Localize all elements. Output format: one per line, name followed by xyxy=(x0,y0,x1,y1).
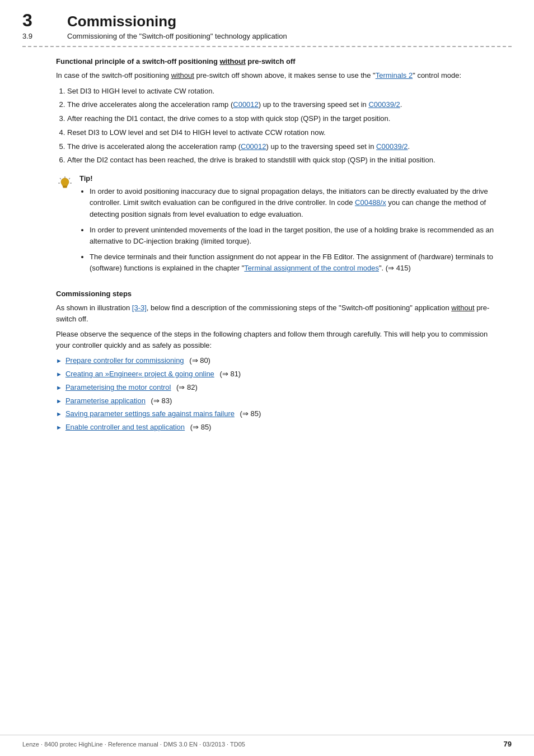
section-title: Commissioning of the "Switch-off positio… xyxy=(67,32,287,40)
step-2: The drive accelerates along the accelera… xyxy=(67,99,500,111)
arrow-icon-3: ► xyxy=(56,383,62,393)
commission-step-2-ref: (⇒ 81) xyxy=(218,368,241,380)
commission-step-1-link[interactable]: Prepare controller for commissioning xyxy=(65,355,184,367)
commission-step-6: ► Enable controller and test application… xyxy=(56,422,500,433)
commission-step-5-link[interactable]: Saving parameter settings safe against m… xyxy=(65,408,235,420)
arrow-icon-1: ► xyxy=(56,356,62,366)
tip-label: Tip! xyxy=(79,174,500,183)
step-1: Set DI3 to HIGH level to activate CW rot… xyxy=(67,86,500,97)
arrow-icon-6: ► xyxy=(56,423,62,433)
commission-step-6-ref: (⇒ 85) xyxy=(188,422,211,433)
page-header: 3 Commissioning 3.9 Commissioning of the… xyxy=(0,0,534,40)
c00488x-link[interactable]: C00488/x xyxy=(355,198,386,207)
section-number: 3.9 xyxy=(22,32,50,40)
commissioning-step-list: ► Prepare controller for commissioning (… xyxy=(56,355,500,433)
commission-step-5: ► Saving parameter settings safe against… xyxy=(56,408,500,420)
arrow-icon-5: ► xyxy=(56,409,62,419)
functional-steps-list: Set DI3 to HIGH level to activate CW rot… xyxy=(67,86,500,167)
commission-step-2: ► Creating an »Engineer« project & going… xyxy=(56,368,500,380)
tip-icon xyxy=(56,175,74,193)
tip-bullet-3: The device terminals and their function … xyxy=(90,251,500,274)
arrow-icon-2: ► xyxy=(56,370,62,380)
chapter-title: Commissioning xyxy=(67,13,176,30)
tip-bullets: In order to avoid positioning inaccuracy… xyxy=(90,186,500,274)
commission-step-1: ► Prepare controller for commissioning (… xyxy=(56,355,500,367)
step-6: After the DI2 contact has been reached, … xyxy=(67,155,500,166)
functional-section-heading: Functional principle of a switch-off pos… xyxy=(56,57,500,66)
commission-step-3-link[interactable]: Parameterising the motor control xyxy=(65,382,171,394)
commission-step-3-ref: (⇒ 82) xyxy=(174,382,197,394)
tip-bullet-2: In order to prevent unintended movements… xyxy=(90,225,500,247)
c00012-link-1[interactable]: C00012 xyxy=(233,100,259,109)
commission-step-2-link[interactable]: Creating an »Engineer« project & going o… xyxy=(65,368,214,380)
c00039-link-1[interactable]: C00039/2 xyxy=(368,100,400,109)
commission-step-1-ref: (⇒ 80) xyxy=(188,355,210,367)
arrow-icon-4: ► xyxy=(56,396,62,407)
step-4: Reset DI3 to LOW level and set DI4 to HI… xyxy=(67,127,500,139)
illustration-ref-link[interactable]: [3-3] xyxy=(132,304,147,312)
terminal-assignment-link[interactable]: Terminal assignment of the control modes xyxy=(244,264,379,272)
commission-step-4-ref: (⇒ 83) xyxy=(149,395,172,407)
commission-step-3: ► Parameterising the motor control (⇒ 82… xyxy=(56,382,500,394)
tip-content: Tip! In order to avoid positioning inacc… xyxy=(79,174,500,278)
commissioning-para-2: Please observe the sequence of the steps… xyxy=(56,329,500,351)
c00039-link-2[interactable]: C00039/2 xyxy=(376,142,407,151)
tip-bullet-1: In order to avoid positioning inaccuracy… xyxy=(90,186,500,220)
functional-intro: In case of the switch-off positioning wi… xyxy=(56,70,500,81)
svg-rect-6 xyxy=(63,187,67,188)
page-container: 3 Commissioning 3.9 Commissioning of the… xyxy=(0,0,534,756)
commission-step-5-ref: (⇒ 85) xyxy=(238,408,261,420)
terminals-2-link[interactable]: Terminals 2 xyxy=(376,71,413,80)
svg-line-3 xyxy=(60,178,61,179)
svg-rect-5 xyxy=(63,186,67,187)
step-3: After reaching the DI1 contact, the driv… xyxy=(67,113,500,125)
dashed-separator xyxy=(22,46,512,47)
chapter-line: 3 Commissioning xyxy=(22,10,512,31)
step-5: The drive is accelerated along the accel… xyxy=(67,141,500,153)
commission-step-4-link[interactable]: Parameterise application xyxy=(65,395,146,407)
commission-step-6-link[interactable]: Enable controller and test application xyxy=(65,422,185,433)
section-line: 3.9 Commissioning of the "Switch-off pos… xyxy=(22,32,512,40)
main-content: Functional principle of a switch-off pos… xyxy=(0,57,534,458)
commissioning-para-1: As shown in illustration [3-3], below fi… xyxy=(56,302,500,324)
commissioning-steps-heading: Commissioning steps xyxy=(56,290,500,298)
c00012-link-2[interactable]: C00012 xyxy=(241,142,266,151)
commission-step-4: ► Parameterise application (⇒ 83) xyxy=(56,395,500,407)
commissioning-steps-section: Commissioning steps As shown in illustra… xyxy=(56,290,500,433)
footer-page-number: 79 xyxy=(504,740,512,748)
tip-box: Tip! In order to avoid positioning inacc… xyxy=(56,174,500,278)
footer-text: Lenze · 8400 protec HighLine · Reference… xyxy=(22,741,245,748)
page-footer: Lenze · 8400 protec HighLine · Reference… xyxy=(0,735,534,748)
chapter-number: 3 xyxy=(22,10,50,31)
svg-line-1 xyxy=(69,178,70,179)
